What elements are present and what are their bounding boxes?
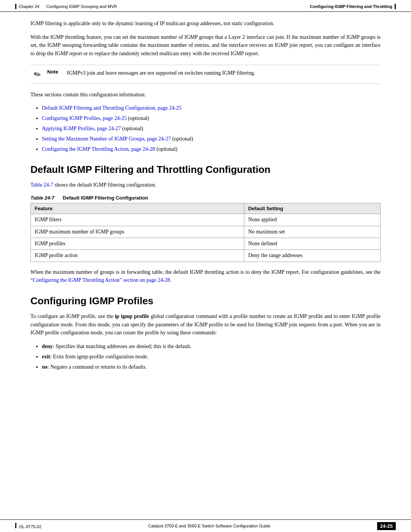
list-item-3: Applying IGMP Profiles, page 24-27 (opti… <box>42 125 381 133</box>
link-4-suffix: (optional) <box>171 136 193 142</box>
bullet-exit-text: : Exits from igmp-profile configuration … <box>50 354 148 359</box>
cell-feature: IGMP filters <box>31 214 244 226</box>
para-after-table-text2: . <box>170 277 172 283</box>
links-list: Default IGMP Filtering and Throttling Co… <box>42 104 381 153</box>
table-caption-label: Table 24-7 <box>30 195 54 201</box>
bullet-exit: exit: Exits from igmp-profile configurat… <box>42 353 381 361</box>
bullet-no: no: Negates a command or returns to its … <box>42 363 381 371</box>
para-after-table-text1: When the maximum number of groups is in … <box>30 269 381 275</box>
header-bar-left <box>15 4 16 9</box>
cell-feature: IGMP profile action <box>31 250 244 262</box>
igmp-config-table: Feature Default Setting IGMP filtersNone… <box>30 203 381 262</box>
link-2[interactable]: Configuring IGMP Profiles, page 24-25 <box>42 115 127 121</box>
note-box: ✎ Note IGMPv3 join and leave messages ar… <box>30 65 381 84</box>
table-row: IGMP profilesNone defined <box>31 238 381 250</box>
paragraph-2: With the IGMP throttling feature, you ca… <box>30 33 381 58</box>
bullet-deny: deny: Specifies that matching addresses … <box>42 342 381 350</box>
throttling-link[interactable]: “Configuring the IGMP Throttling Action”… <box>30 277 170 283</box>
col-feature: Feature <box>31 203 244 214</box>
table-intro: Table 24-7 shows the default IGMP filter… <box>30 181 381 189</box>
footer-doc-id: OL-9775-02 <box>19 524 41 529</box>
table-caption: Table 24-7 Default IGMP Filtering Config… <box>30 195 381 201</box>
sections-intro: These sections contain this configuratio… <box>30 91 381 99</box>
list-item-2: Configuring IGMP Profiles, page 24-25 (o… <box>42 114 381 122</box>
table-row: IGMP filtersNone applied <box>31 214 381 226</box>
table-caption-title: Default IGMP Filtering Configuration <box>63 195 148 201</box>
header-right: Configuring IGMP Filtering and Throttlin… <box>310 4 396 9</box>
footer-bar <box>15 523 16 528</box>
cell-default: Deny the range addresses <box>244 250 381 262</box>
section1-heading: Default IGMP Filtering and Throttling Co… <box>30 164 381 176</box>
section2-bullets: deny: Specifies that matching addresses … <box>42 342 381 371</box>
header-bar-right <box>395 4 396 9</box>
link-3-suffix: (optional) <box>121 126 143 131</box>
bullet-deny-text: : Specifies that matching addresses are … <box>53 343 191 349</box>
cell-feature: IGMP maximum number of IGMP groups <box>31 226 244 238</box>
table-header-row: Feature Default Setting <box>31 203 381 214</box>
note-label: Note <box>47 69 61 75</box>
list-item-5: Configuring the IGMP Throttling Action, … <box>42 145 381 153</box>
page-footer: OL-9775-02 Catalyst 3750-E and 3560-E Sw… <box>0 519 411 532</box>
link-1[interactable]: Default IGMP Filtering and Throttling Co… <box>42 105 182 111</box>
cell-default: None applied <box>244 214 381 226</box>
footer-page-number: 24-25 <box>377 522 396 530</box>
section2-text1: To configure an IGMP profile, use the <box>30 313 115 319</box>
para-after-table: When the maximum number of groups is in … <box>30 268 381 284</box>
footer-left: OL-9775-02 <box>15 523 41 529</box>
link-3[interactable]: Applying IGMP Profiles, page 24-27 <box>42 126 121 131</box>
col-default: Default Setting <box>244 203 381 214</box>
footer-right: 24-25 <box>377 523 396 529</box>
cell-default: No maximum set <box>244 226 381 238</box>
footer-center: Catalyst 3750-E and 3560-E Switch Softwa… <box>41 524 377 528</box>
note-icon: ✎ <box>29 67 46 82</box>
header-chapter: Chapter 24 <box>19 4 39 9</box>
header-right-title: Configuring IGMP Filtering and Throttlin… <box>310 4 392 9</box>
table-row: IGMP profile actionDeny the range addres… <box>31 250 381 262</box>
footer-guide-title: Catalyst 3750-E and 3560-E Switch Softwa… <box>148 524 270 528</box>
paragraph-1: IGMP filtering is applicable only to the… <box>30 19 381 28</box>
section2-para: To configure an IGMP profile, use the ip… <box>30 312 381 337</box>
link-5-suffix: (optional) <box>155 146 177 152</box>
list-item-4: Setting the Maximum Number of IGMP Group… <box>42 135 381 143</box>
link-2-suffix: (optional) <box>127 115 149 121</box>
section2-cmd: ip igmp profile <box>115 313 149 319</box>
table-ref-link[interactable]: Table 24-7 <box>30 182 53 188</box>
cell-default: None defined <box>244 238 381 250</box>
link-4[interactable]: Setting the Maximum Number of IGMP Group… <box>42 136 171 142</box>
list-item-1: Default IGMP Filtering and Throttling Co… <box>42 104 381 112</box>
link-5[interactable]: Configuring the IGMP Throttling Action, … <box>42 146 155 152</box>
bullet-no-bold: no <box>42 364 48 370</box>
bullet-exit-bold: exit <box>42 354 50 359</box>
main-content: IGMP filtering is applicable only to the… <box>0 12 411 407</box>
table-row: IGMP maximum number of IGMP groupsNo max… <box>31 226 381 238</box>
section2-heading: Configuring IGMP Profiles <box>30 295 381 307</box>
header-left: Chapter 24 Configuring IGMP Snooping and… <box>15 4 117 9</box>
bullet-deny-bold: deny <box>42 343 53 349</box>
cell-feature: IGMP profiles <box>31 238 244 250</box>
bullet-no-text: : Negates a command or returns to its de… <box>48 364 147 370</box>
header-chapter-title: Configuring IGMP Snooping and MVR <box>46 4 117 9</box>
note-text: IGMPv3 join and leave messages are not s… <box>67 69 255 77</box>
page-header: Chapter 24 Configuring IGMP Snooping and… <box>0 0 411 12</box>
